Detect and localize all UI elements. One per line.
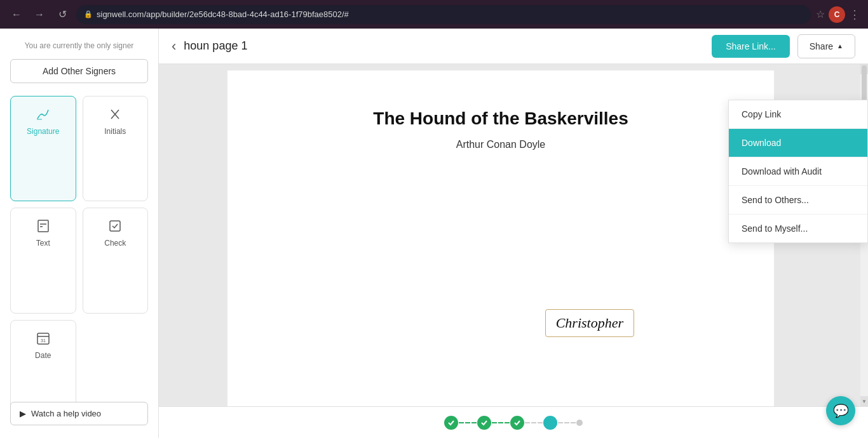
- initials-icon: [107, 105, 123, 123]
- svg-rect-3: [38, 220, 48, 232]
- download-item[interactable]: Download: [729, 129, 867, 157]
- svg-text:31: 31: [41, 338, 46, 343]
- step-dash: [492, 422, 497, 423]
- step-circle-3: [510, 416, 524, 430]
- url-text: signwell.com/app/builder/2e56dc48-8bad-4…: [97, 10, 803, 19]
- back-nav-button[interactable]: ←: [8, 6, 25, 23]
- chat-button[interactable]: 💬: [826, 396, 855, 425]
- back-button[interactable]: ‹: [172, 38, 176, 55]
- step-circle-4: [543, 416, 557, 430]
- add-signers-button[interactable]: Add Other Signers: [10, 59, 148, 83]
- text-tool[interactable]: Text: [10, 208, 76, 313]
- back-icon: ←: [11, 9, 22, 20]
- main-content: ‹ houn page 1 Share Link... Share ▲ The …: [159, 29, 868, 438]
- step-line-2-3: [491, 422, 510, 423]
- initials-label: Initials: [104, 127, 126, 136]
- date-icon: 31: [36, 329, 51, 347]
- step-dash: [571, 422, 576, 423]
- check-label: Check: [104, 239, 126, 248]
- copy-link-item[interactable]: Copy Link: [729, 100, 867, 129]
- back-chevron-icon: ‹: [172, 38, 176, 55]
- document-book-title: The Hound of the Baskervilles: [278, 109, 723, 129]
- document-page: The Hound of the Baskervilles Arthur Con…: [227, 70, 774, 406]
- forward-nav-button[interactable]: →: [31, 6, 48, 23]
- svg-rect-6: [110, 221, 120, 231]
- scroll-down-button[interactable]: ▼: [860, 396, 868, 406]
- step-dash: [471, 422, 477, 423]
- step-circle-1: [444, 416, 458, 430]
- step-dash: [459, 422, 464, 423]
- send-myself-item[interactable]: Send to Myself...: [729, 215, 867, 242]
- browser-menu-icon[interactable]: ⋮: [849, 8, 860, 22]
- step-line-4-5: [557, 422, 576, 423]
- bookmark-icon[interactable]: ☆: [816, 8, 825, 20]
- initials-tool[interactable]: Initials: [83, 96, 149, 201]
- step-dash: [525, 422, 530, 423]
- step-dash: [465, 422, 470, 423]
- share-dropdown-menu: Copy Link Download Download with Audit S…: [728, 100, 868, 243]
- share-caret-icon: ▲: [837, 43, 843, 50]
- signature-tool[interactable]: Signature: [10, 96, 76, 201]
- secure-icon: 🔒: [84, 10, 93, 18]
- scrollbar-thumb[interactable]: [862, 65, 867, 103]
- document-area: The Hound of the Baskervilles Arthur Con…: [159, 64, 868, 406]
- step-line-3-4: [524, 422, 543, 423]
- signature-field[interactable]: Christopher: [545, 309, 634, 337]
- download-audit-item[interactable]: Download with Audit: [729, 157, 867, 186]
- text-label: Text: [36, 239, 50, 248]
- progress-step-5: [576, 420, 583, 426]
- step-dash: [498, 422, 503, 423]
- step-circle-2: [477, 416, 491, 430]
- browser-chrome: ← → ↺ 🔒 signwell.com/app/builder/2e56dc4…: [0, 0, 868, 29]
- progress-step-1: [444, 416, 458, 430]
- send-others-item[interactable]: Send to Others...: [729, 186, 867, 215]
- share-label: Share: [810, 41, 833, 51]
- date-label: Date: [35, 351, 51, 360]
- text-icon: [36, 217, 51, 235]
- document-title: houn page 1: [184, 39, 704, 53]
- url-bar[interactable]: 🔒 signwell.com/app/builder/2e56dc48-8bad…: [76, 5, 811, 24]
- step-dash: [558, 422, 563, 423]
- step-line-1-2: [458, 422, 477, 423]
- progress-step-4: [543, 416, 557, 430]
- progress-bar: [159, 406, 868, 438]
- share-link-button[interactable]: Share Link...: [712, 35, 790, 58]
- watch-video-button[interactable]: ▶ Watch a help video: [10, 402, 148, 425]
- reload-icon: ↺: [58, 8, 67, 20]
- check-tool[interactable]: Check: [83, 208, 149, 313]
- sidebar: You are currently the only signer Add Ot…: [0, 29, 159, 438]
- chat-icon: 💬: [833, 403, 849, 418]
- user-avatar: C: [829, 6, 845, 23]
- step-dash: [531, 422, 536, 423]
- share-button[interactable]: Share ▲: [797, 34, 855, 58]
- only-signer-text: You are currently the only signer: [10, 41, 148, 50]
- reload-button[interactable]: ↺: [53, 6, 71, 23]
- browser-actions: ☆ C ⋮: [816, 6, 860, 23]
- watch-video-label: Watch a help video: [31, 409, 101, 418]
- document-author: Arthur Conan Doyle: [278, 139, 723, 150]
- progress-step-2: [477, 416, 491, 430]
- step-dash: [505, 422, 510, 423]
- step-dash: [564, 422, 569, 423]
- progress-step-3: [510, 416, 524, 430]
- check-icon: [107, 217, 123, 235]
- play-icon: ▶: [20, 409, 26, 418]
- step-circle-5: [576, 420, 583, 426]
- app-container: You are currently the only signer Add Ot…: [0, 29, 868, 438]
- signature-label: Signature: [27, 127, 59, 136]
- tools-grid: Signature Initials: [10, 96, 148, 425]
- main-header: ‹ houn page 1 Share Link... Share ▲: [159, 29, 868, 64]
- signature-icon: [36, 105, 51, 123]
- forward-icon: →: [34, 9, 44, 20]
- step-dash: [538, 422, 543, 423]
